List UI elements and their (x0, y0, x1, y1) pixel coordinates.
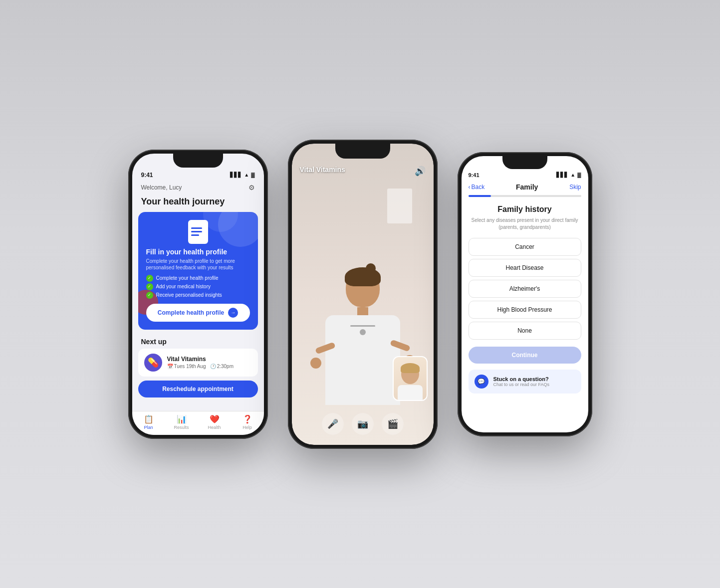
card-subtitle: Complete your health profile to get more… (146, 258, 250, 271)
tab-health-label: Health (208, 425, 221, 430)
camera-flip-button[interactable]: 📷 (352, 413, 374, 435)
back-chevron-icon: ‹ (469, 184, 471, 191)
mute-button[interactable]: 🎤 (322, 413, 344, 435)
tab-health[interactable]: ❤️ Health (198, 414, 231, 430)
stuck-subtitle: Chat to us or read our FAQs (493, 382, 550, 387)
check-icon-1: ✓ (146, 275, 153, 282)
checklist-line2 (191, 231, 202, 232)
family-nav: ‹ Back Family Skip (462, 181, 588, 195)
option-cancer[interactable]: Cancer (469, 238, 581, 256)
appointment-time-text: 2:30pm (217, 364, 234, 369)
option-none-label: None (517, 327, 532, 334)
tab-results[interactable]: 📊 Results (165, 414, 198, 430)
self-view-hair (401, 363, 420, 373)
tab-plan[interactable]: 📋 Plan (132, 414, 165, 430)
stuck-title: Stuck on a question? (493, 376, 550, 382)
self-view (393, 356, 428, 401)
appointment-card: 💊 Vital Vitamins 📅 Tues 19th Aug 🕐 2:30p… (138, 349, 258, 377)
help-icon: ❓ (242, 414, 252, 424)
tab-help-label: Help (242, 425, 252, 430)
signal-icon: ▋▋▋ (230, 172, 242, 178)
back-label: Back (472, 184, 485, 191)
back-button[interactable]: ‹ Back (469, 184, 485, 191)
option-heart-disease[interactable]: Heart Disease (469, 259, 581, 277)
status-icons-family: ▋▋▋ ▲ ▓ (556, 172, 581, 178)
phone-header: Welcome, Lucy ⚙ (132, 182, 264, 196)
plan-icon: 📋 (144, 414, 154, 424)
health-icon: ❤️ (210, 414, 220, 424)
battery-icon-family: ▓ (577, 172, 581, 178)
checklist-label-1: Complete your health profile (156, 275, 219, 281)
page-title: Your health journey (132, 196, 264, 212)
checklist-label-3: Receive personalised insights (156, 292, 222, 298)
video-button[interactable]: 🎬 (382, 413, 404, 435)
tab-plan-label: Plan (144, 425, 153, 430)
status-icons: ▋▋▋ ▲ ▓ (230, 172, 254, 178)
option-heart-disease-label: Heart Disease (505, 264, 543, 271)
status-time-family: 9:41 (469, 172, 480, 178)
appointment-time: 🕐 2:30pm (210, 364, 234, 369)
complete-health-profile-button[interactable]: Complete health profile → (146, 304, 250, 322)
results-icon: 📊 (177, 414, 187, 424)
checklist-item-2: ✓ Add your medical history (146, 283, 250, 290)
checklist-item-1: ✓ Complete your health profile (146, 275, 250, 282)
self-view-head (401, 364, 419, 384)
status-time: 9:41 (141, 172, 153, 179)
option-cancer-label: Cancer (515, 243, 534, 250)
phone-notch-video (335, 144, 390, 159)
appointment-details: 📅 Tues 19th Aug 🕐 2:30pm (167, 364, 252, 369)
option-alzheimers[interactable]: Alzheimer's (469, 280, 581, 298)
checklist-item-3: ✓ Receive personalised insights (146, 292, 250, 299)
tab-bar: 📋 Plan 📊 Results ❤️ Health ❓ Help (132, 411, 264, 435)
tab-results-label: Results (174, 425, 189, 430)
check-icon-2: ✓ (146, 283, 153, 290)
skip-button[interactable]: Skip (569, 184, 581, 191)
stuck-card: 💬 Stuck on a question? Chat to us or rea… (469, 370, 581, 393)
chat-icon[interactable]: 💬 (475, 375, 488, 389)
appointment-date: 📅 Tues 19th Aug (167, 364, 206, 369)
battery-icon: ▓ (251, 172, 254, 178)
option-alzheimers-label: Alzheimer's (509, 285, 540, 292)
option-high-blood-pressure[interactable]: High Blood Pressure (469, 301, 581, 319)
family-history-subtitle: Select any diseases present in your dire… (472, 217, 578, 231)
checklist-items: ✓ Complete your health profile ✓ Add you… (146, 275, 250, 299)
appointment-avatar: 💊 (144, 354, 162, 372)
progress-fill (469, 195, 491, 197)
call-controls: 🎤 📷 🎬 (322, 413, 404, 435)
next-up-label: Next up (132, 336, 264, 349)
continue-button[interactable]: Continue (469, 347, 581, 364)
family-history-title: Family history (462, 205, 588, 214)
check-icon-3: ✓ (146, 292, 153, 299)
gear-icon[interactable]: ⚙ (248, 184, 255, 192)
health-profile-card: Fill in your health profile Complete you… (138, 212, 258, 330)
option-none[interactable]: None (469, 322, 581, 340)
stuck-info: Stuck on a question? Chat to us or read … (493, 376, 550, 387)
phone-notch (173, 154, 223, 168)
card-title: Fill in your health profile (146, 248, 250, 256)
tab-help[interactable]: ❓ Help (231, 414, 264, 430)
phone-family-history: 9:41 ▋▋▋ ▲ ▓ ‹ Back Family Skip Family h… (458, 152, 592, 436)
checklist-line1 (191, 227, 202, 229)
welcome-text: Welcome, Lucy (141, 184, 182, 191)
appointment-info: Vital Vitamins 📅 Tues 19th Aug 🕐 2:30pm (167, 356, 252, 369)
appointment-date-text: Tues 19th Aug (174, 364, 206, 369)
clock-icon: 🕐 (210, 364, 216, 369)
video-caller-name: Vital Vitamins (300, 166, 345, 174)
complete-btn-label: Complete health profile (158, 309, 224, 316)
calendar-icon: 📅 (167, 364, 173, 369)
checklist-label-2: Add your medical history (156, 284, 211, 289)
arrow-icon: → (228, 308, 238, 318)
nav-title: Family (516, 183, 538, 191)
phone-health-journey: 9:41 ▋▋▋ ▲ ▓ Welcome, Lucy ⚙ Your health… (128, 150, 268, 439)
appointment-name: Vital Vitamins (167, 356, 252, 363)
wifi-icon-family: ▲ (570, 172, 575, 178)
volume-icon[interactable]: 🔊 (415, 166, 426, 177)
phone-video-call: Vital Vitamins 🔊 🎤 📷 🎬 (288, 140, 438, 449)
reschedule-appointment-button[interactable]: Reschedule appointment (138, 381, 258, 397)
wifi-icon: ▲ (244, 172, 249, 178)
phone-notch-family (502, 156, 547, 169)
checklist-line3 (191, 234, 200, 236)
progress-bar (469, 195, 581, 197)
signal-icon-family: ▋▋▋ (556, 172, 568, 178)
avatar-icon: 💊 (148, 357, 159, 368)
